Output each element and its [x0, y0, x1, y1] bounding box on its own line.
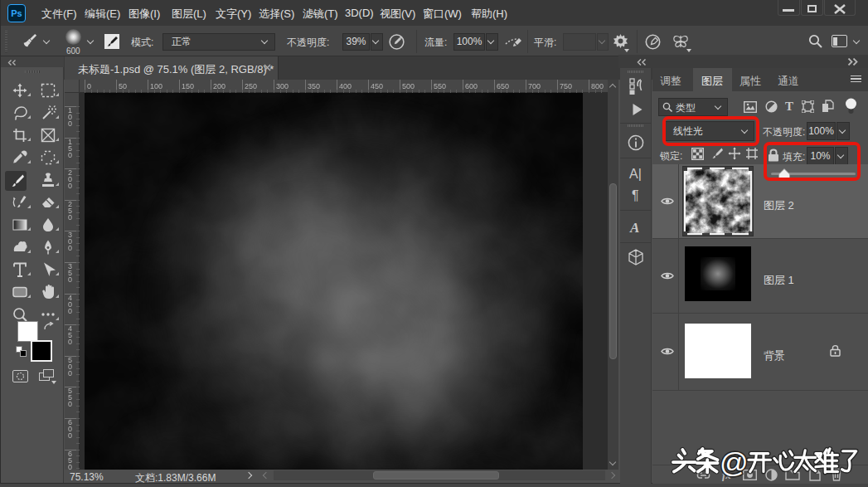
- svg-text:@: @: [720, 446, 749, 478]
